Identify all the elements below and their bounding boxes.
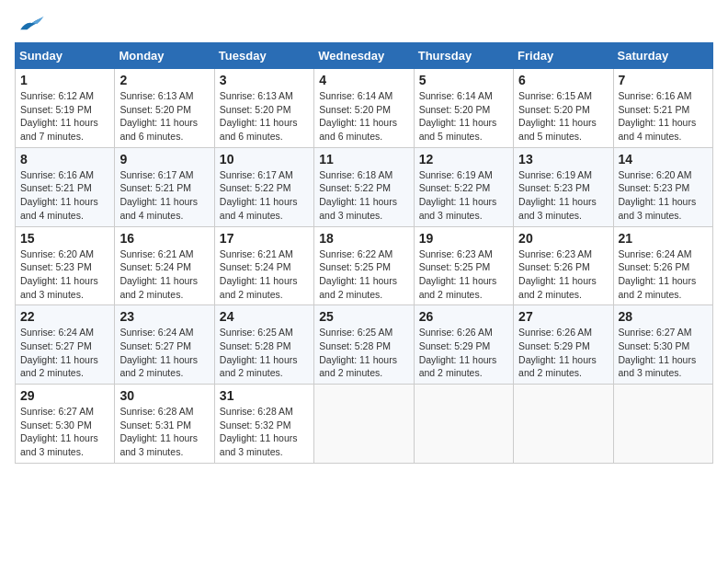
weekday-header-sunday: Sunday (16, 43, 115, 69)
day-number: 4 (319, 73, 408, 87)
calendar-week-5: 29 Sunrise: 6:27 AM Sunset: 5:30 PM Dayl… (16, 385, 713, 464)
weekday-header-monday: Monday (115, 43, 214, 69)
weekday-header-tuesday: Tuesday (214, 43, 313, 69)
calendar-cell: 23 Sunrise: 6:24 AM Sunset: 5:27 PM Dayl… (115, 305, 214, 385)
day-info: Sunrise: 6:12 AM Sunset: 5:19 PM Dayligh… (20, 89, 109, 144)
day-number: 16 (119, 231, 209, 246)
calendar-cell: 24 Sunrise: 6:25 AM Sunset: 5:28 PM Dayl… (214, 305, 313, 385)
calendar-cell: 9 Sunrise: 6:17 AM Sunset: 5:21 PM Dayli… (115, 147, 214, 226)
page-header (15, 15, 713, 31)
calendar-cell: 26 Sunrise: 6:26 AM Sunset: 5:29 PM Dayl… (414, 305, 513, 385)
day-info: Sunrise: 6:25 AM Sunset: 5:28 PM Dayligh… (220, 326, 309, 380)
day-info: Sunrise: 6:15 AM Sunset: 5:20 PM Dayligh… (518, 89, 608, 144)
calendar-cell (613, 385, 712, 464)
day-info: Sunrise: 6:17 AM Sunset: 5:21 PM Dayligh… (119, 168, 209, 223)
day-number: 5 (419, 73, 508, 87)
day-info: Sunrise: 6:14 AM Sunset: 5:20 PM Dayligh… (319, 89, 408, 144)
calendar-cell: 4 Sunrise: 6:14 AM Sunset: 5:20 PM Dayli… (314, 69, 414, 148)
day-number: 26 (419, 309, 508, 324)
day-number: 30 (119, 388, 209, 403)
calendar-cell: 22 Sunrise: 6:24 AM Sunset: 5:27 PM Dayl… (16, 305, 115, 385)
calendar-week-4: 22 Sunrise: 6:24 AM Sunset: 5:27 PM Dayl… (16, 305, 713, 385)
day-info: Sunrise: 6:14 AM Sunset: 5:20 PM Dayligh… (419, 89, 508, 144)
day-info: Sunrise: 6:16 AM Sunset: 5:21 PM Dayligh… (20, 168, 109, 223)
calendar-cell: 10 Sunrise: 6:17 AM Sunset: 5:22 PM Dayl… (214, 147, 313, 226)
calendar-cell: 15 Sunrise: 6:20 AM Sunset: 5:23 PM Dayl… (16, 226, 115, 305)
calendar-cell: 31 Sunrise: 6:28 AM Sunset: 5:32 PM Dayl… (214, 385, 313, 464)
calendar-week-1: 1 Sunrise: 6:12 AM Sunset: 5:19 PM Dayli… (16, 69, 713, 148)
calendar-table: SundayMondayTuesdayWednesdayThursdayFrid… (15, 42, 713, 464)
day-info: Sunrise: 6:21 AM Sunset: 5:24 PM Dayligh… (220, 247, 309, 302)
day-info: Sunrise: 6:22 AM Sunset: 5:25 PM Dayligh… (319, 247, 408, 302)
day-info: Sunrise: 6:26 AM Sunset: 5:29 PM Dayligh… (518, 326, 608, 380)
day-info: Sunrise: 6:20 AM Sunset: 5:23 PM Dayligh… (619, 168, 708, 223)
calendar-cell: 1 Sunrise: 6:12 AM Sunset: 5:19 PM Dayli… (16, 69, 115, 148)
day-number: 22 (20, 309, 109, 324)
day-info: Sunrise: 6:23 AM Sunset: 5:26 PM Dayligh… (518, 247, 608, 302)
logo-bird-icon (18, 15, 44, 33)
weekday-header-friday: Friday (514, 43, 613, 69)
day-number: 20 (518, 231, 608, 246)
calendar-cell (414, 385, 513, 464)
calendar-cell: 8 Sunrise: 6:16 AM Sunset: 5:21 PM Dayli… (16, 147, 115, 226)
day-info: Sunrise: 6:26 AM Sunset: 5:29 PM Dayligh… (419, 326, 508, 380)
day-number: 24 (220, 309, 309, 324)
logo (15, 15, 46, 31)
day-info: Sunrise: 6:28 AM Sunset: 5:31 PM Dayligh… (119, 405, 209, 459)
day-info: Sunrise: 6:24 AM Sunset: 5:27 PM Dayligh… (119, 326, 209, 380)
calendar-cell (314, 385, 414, 464)
day-number: 28 (619, 309, 708, 324)
calendar-cell: 18 Sunrise: 6:22 AM Sunset: 5:25 PM Dayl… (314, 226, 414, 305)
day-info: Sunrise: 6:19 AM Sunset: 5:22 PM Dayligh… (419, 168, 508, 223)
day-info: Sunrise: 6:13 AM Sunset: 5:20 PM Dayligh… (119, 89, 209, 144)
day-number: 17 (220, 231, 309, 246)
day-info: Sunrise: 6:21 AM Sunset: 5:24 PM Dayligh… (119, 247, 209, 302)
calendar-cell: 19 Sunrise: 6:23 AM Sunset: 5:25 PM Dayl… (414, 226, 513, 305)
day-number: 8 (20, 152, 109, 167)
weekday-header-thursday: Thursday (414, 43, 513, 69)
day-info: Sunrise: 6:18 AM Sunset: 5:22 PM Dayligh… (319, 168, 408, 223)
calendar-cell: 3 Sunrise: 6:13 AM Sunset: 5:20 PM Dayli… (214, 69, 313, 148)
calendar-cell: 14 Sunrise: 6:20 AM Sunset: 5:23 PM Dayl… (613, 147, 712, 226)
day-number: 27 (518, 309, 608, 324)
day-info: Sunrise: 6:25 AM Sunset: 5:28 PM Dayligh… (319, 326, 408, 380)
day-number: 11 (319, 152, 408, 167)
calendar-cell: 11 Sunrise: 6:18 AM Sunset: 5:22 PM Dayl… (314, 147, 414, 226)
calendar-cell: 6 Sunrise: 6:15 AM Sunset: 5:20 PM Dayli… (514, 69, 613, 148)
calendar-week-3: 15 Sunrise: 6:20 AM Sunset: 5:23 PM Dayl… (16, 226, 713, 305)
day-info: Sunrise: 6:17 AM Sunset: 5:22 PM Dayligh… (220, 168, 309, 223)
calendar-cell: 2 Sunrise: 6:13 AM Sunset: 5:20 PM Dayli… (115, 69, 214, 148)
day-info: Sunrise: 6:27 AM Sunset: 5:30 PM Dayligh… (619, 326, 708, 380)
weekday-header-saturday: Saturday (613, 43, 712, 69)
calendar-cell: 28 Sunrise: 6:27 AM Sunset: 5:30 PM Dayl… (613, 305, 712, 385)
day-info: Sunrise: 6:24 AM Sunset: 5:26 PM Dayligh… (619, 247, 708, 302)
calendar-cell: 25 Sunrise: 6:25 AM Sunset: 5:28 PM Dayl… (314, 305, 414, 385)
calendar-cell: 16 Sunrise: 6:21 AM Sunset: 5:24 PM Dayl… (115, 226, 214, 305)
day-number: 7 (619, 73, 708, 87)
calendar-cell: 27 Sunrise: 6:26 AM Sunset: 5:29 PM Dayl… (514, 305, 613, 385)
day-number: 13 (518, 152, 608, 167)
day-info: Sunrise: 6:16 AM Sunset: 5:21 PM Dayligh… (619, 89, 708, 144)
day-info: Sunrise: 6:27 AM Sunset: 5:30 PM Dayligh… (20, 405, 109, 459)
day-number: 12 (419, 152, 508, 167)
day-number: 10 (220, 152, 309, 167)
weekday-header-wednesday: Wednesday (314, 43, 414, 69)
calendar-header-row: SundayMondayTuesdayWednesdayThursdayFrid… (16, 43, 713, 69)
day-number: 21 (619, 231, 708, 246)
calendar-cell: 12 Sunrise: 6:19 AM Sunset: 5:22 PM Dayl… (414, 147, 513, 226)
day-info: Sunrise: 6:23 AM Sunset: 5:25 PM Dayligh… (419, 247, 508, 302)
day-info: Sunrise: 6:19 AM Sunset: 5:23 PM Dayligh… (518, 168, 608, 223)
day-number: 2 (119, 73, 209, 87)
calendar-week-2: 8 Sunrise: 6:16 AM Sunset: 5:21 PM Dayli… (16, 147, 713, 226)
day-info: Sunrise: 6:20 AM Sunset: 5:23 PM Dayligh… (20, 247, 109, 302)
calendar-cell (514, 385, 613, 464)
calendar-cell: 30 Sunrise: 6:28 AM Sunset: 5:31 PM Dayl… (115, 385, 214, 464)
day-info: Sunrise: 6:24 AM Sunset: 5:27 PM Dayligh… (20, 326, 109, 380)
day-number: 23 (119, 309, 209, 324)
calendar-cell: 17 Sunrise: 6:21 AM Sunset: 5:24 PM Dayl… (214, 226, 313, 305)
day-number: 1 (20, 73, 109, 87)
day-number: 3 (220, 73, 309, 87)
calendar-cell: 7 Sunrise: 6:16 AM Sunset: 5:21 PM Dayli… (613, 69, 712, 148)
day-number: 15 (20, 231, 109, 246)
day-number: 14 (619, 152, 708, 167)
